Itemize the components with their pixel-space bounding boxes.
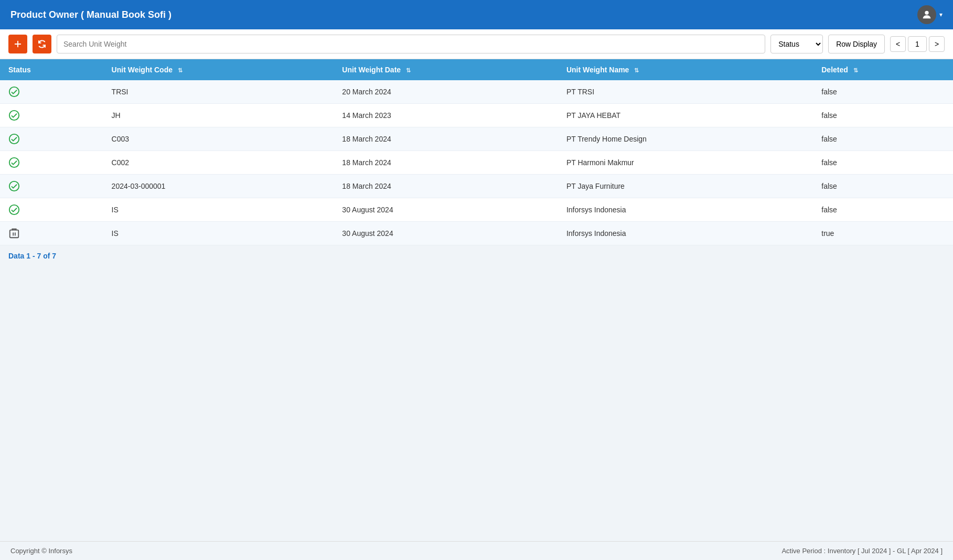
status-ok-icon	[8, 133, 95, 145]
search-input[interactable]	[57, 35, 765, 53]
cell-deleted: true	[813, 222, 953, 245]
cell-code: TRSI	[103, 80, 334, 104]
status-deleted-icon	[8, 228, 95, 239]
col-header-status: Status	[0, 59, 103, 80]
cell-code: IS	[103, 198, 334, 222]
active-period-text: Active Period : Inventory [ Jul 2024 ] -…	[781, 547, 943, 555]
cell-name: PT JAYA HEBAT	[558, 104, 813, 127]
col-header-deleted[interactable]: Deleted ⇅	[813, 59, 953, 80]
add-icon	[13, 39, 23, 49]
cell-date: 18 March 2024	[334, 127, 558, 151]
cell-name: PT TRSI	[558, 80, 813, 104]
col-header-code[interactable]: Unit Weight Code ⇅	[103, 59, 334, 80]
cell-deleted: false	[813, 80, 953, 104]
status-ok-icon	[8, 157, 95, 168]
refresh-icon	[37, 39, 47, 49]
cell-name: Inforsys Indonesia	[558, 198, 813, 222]
cell-status	[0, 104, 103, 127]
status-ok-icon	[8, 110, 95, 121]
svg-point-6	[9, 181, 19, 191]
copyright-text: Copyright © Inforsys	[10, 547, 72, 555]
col-header-name[interactable]: Unit Weight Name ⇅	[558, 59, 813, 80]
cell-name: PT Trendy Home Design	[558, 127, 813, 151]
cell-deleted: false	[813, 151, 953, 175]
prev-page-button[interactable]: <	[890, 36, 906, 52]
pagination: < >	[890, 36, 945, 52]
summary-text: Data 1 - 7 of 7	[8, 252, 56, 260]
data-summary: Data 1 - 7 of 7	[0, 245, 953, 266]
svg-point-7	[9, 205, 19, 214]
cell-status	[0, 198, 103, 222]
status-ok-icon	[8, 204, 95, 216]
app-header: Product Owner ( Manual Book Sofi ) ▾	[0, 0, 953, 29]
sort-arrows-deleted: ⇅	[853, 67, 858, 73]
col-header-date[interactable]: Unit Weight Date ⇅	[334, 59, 558, 80]
cell-code: C003	[103, 127, 334, 151]
sort-arrows-date: ⇅	[406, 67, 411, 73]
svg-rect-8	[10, 230, 19, 238]
status-ok-icon	[8, 180, 95, 192]
cell-deleted: false	[813, 127, 953, 151]
data-table-wrapper: Status Unit Weight Code ⇅ Unit Weight Da…	[0, 59, 953, 245]
cell-date: 14 March 2023	[334, 104, 558, 127]
cell-deleted: false	[813, 175, 953, 198]
svg-point-2	[9, 87, 19, 96]
cell-code: 2024-03-000001	[103, 175, 334, 198]
table-row[interactable]: 2024-03-00000118 March 2024PT Jaya Furni…	[0, 175, 953, 198]
user-dropdown-arrow: ▾	[939, 11, 943, 18]
cell-status	[0, 127, 103, 151]
cell-name: Inforsys Indonesia	[558, 222, 813, 245]
next-page-button[interactable]: >	[929, 36, 945, 52]
table-row[interactable]: JH14 March 2023PT JAYA HEBATfalse	[0, 104, 953, 127]
svg-point-0	[925, 11, 928, 15]
cell-code: JH	[103, 104, 334, 127]
table-row[interactable]: IS30 August 2024Inforsys Indonesiafalse	[0, 198, 953, 222]
status-ok-icon	[8, 86, 95, 98]
cell-date: 20 March 2024	[334, 80, 558, 104]
cell-code: C002	[103, 151, 334, 175]
cell-status	[0, 175, 103, 198]
app-title: Product Owner ( Manual Book Sofi )	[10, 9, 172, 20]
cell-name: PT Jaya Furniture	[558, 175, 813, 198]
add-button[interactable]	[8, 35, 27, 53]
page-number-input[interactable]	[908, 36, 927, 52]
cell-deleted: false	[813, 104, 953, 127]
data-table: Status Unit Weight Code ⇅ Unit Weight Da…	[0, 59, 953, 245]
cell-name: PT Harmoni Makmur	[558, 151, 813, 175]
cell-date: 30 August 2024	[334, 198, 558, 222]
user-menu[interactable]: ▾	[917, 5, 943, 24]
cell-date: 18 March 2024	[334, 151, 558, 175]
cell-date: 18 March 2024	[334, 175, 558, 198]
table-header-row: Status Unit Weight Code ⇅ Unit Weight Da…	[0, 59, 953, 80]
svg-point-4	[9, 134, 19, 144]
cell-status	[0, 80, 103, 104]
svg-point-3	[9, 111, 19, 120]
avatar	[917, 5, 936, 24]
app-footer: Copyright © Inforsys Active Period : Inv…	[0, 541, 953, 560]
table-row[interactable]: C00318 March 2024PT Trendy Home Designfa…	[0, 127, 953, 151]
cell-code: IS	[103, 222, 334, 245]
table-row[interactable]: C00218 March 2024PT Harmoni Makmurfalse	[0, 151, 953, 175]
svg-point-5	[9, 158, 19, 167]
table-row[interactable]: TRSI20 March 2024PT TRSIfalse	[0, 80, 953, 104]
sort-arrows-code: ⇅	[178, 67, 183, 73]
cell-deleted: false	[813, 198, 953, 222]
refresh-button[interactable]	[33, 35, 51, 53]
sort-arrows-name: ⇅	[634, 67, 639, 73]
cell-status	[0, 222, 103, 245]
status-filter[interactable]: Status Active Inactive	[770, 35, 823, 53]
cell-status	[0, 151, 103, 175]
cell-date: 30 August 2024	[334, 222, 558, 245]
table-row[interactable]: IS30 August 2024Inforsys Indonesiatrue	[0, 222, 953, 245]
row-display-button[interactable]: Row Display	[828, 35, 885, 53]
toolbar: Status Active Inactive Row Display < >	[0, 29, 953, 59]
